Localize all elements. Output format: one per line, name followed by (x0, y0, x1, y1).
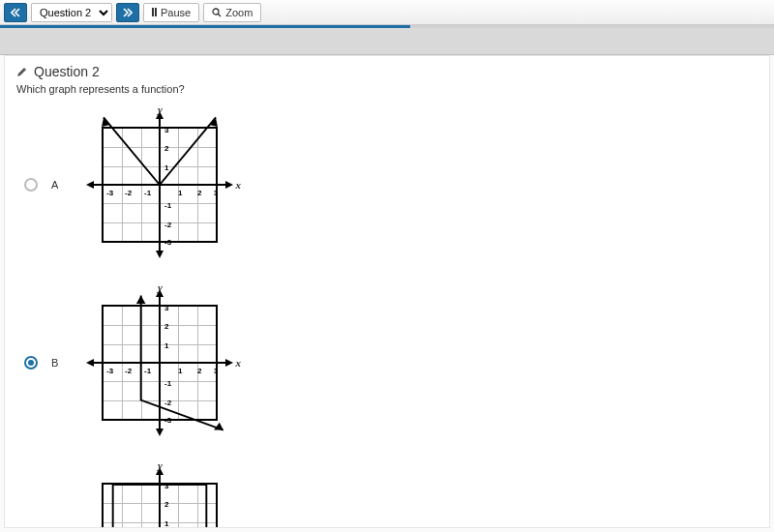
graph-a-ylabel: y (158, 103, 163, 115)
svg-line-1 (218, 14, 221, 16)
question-number: Question 2 (34, 64, 100, 79)
svg-marker-2 (102, 117, 109, 127)
svg-marker-4 (136, 295, 146, 304)
graph-c-grid: y x -3 -2 -1 1 2 3 3 2 1 -1 -2 -3 (102, 483, 218, 528)
pencil-icon (16, 66, 28, 77)
next-button[interactable] (116, 3, 139, 22)
svg-marker-3 (210, 117, 218, 127)
option-a-label: A (51, 179, 63, 191)
option-c[interactable]: C y x -3 -2 -1 1 2 3 3 2 1 -1 -2 -3 (24, 468, 758, 528)
option-b[interactable]: B y x -3 -2 -1 1 2 3 3 2 1 -1 -2 -3 (24, 290, 758, 435)
graph-b-ylabel: y (158, 281, 163, 293)
svg-marker-5 (214, 423, 223, 430)
prev-button[interactable] (4, 3, 27, 22)
header-spacer (0, 28, 774, 55)
graph-b-xlabel: x (236, 357, 242, 369)
graph-b-grid: y x -3 -2 -1 1 2 3 3 2 1 -1 -2 -3 (102, 305, 218, 421)
zoom-button[interactable]: Zoom (203, 3, 261, 22)
question-heading: Question 2 (16, 64, 758, 79)
graph-a-xlabel: x (236, 179, 242, 191)
option-a[interactable]: A y x -3 -2 -1 1 2 3 3 2 1 -1 -2 -3 (24, 112, 758, 257)
graph-c-ylabel: y (158, 459, 163, 471)
graph-b: y x -3 -2 -1 1 2 3 3 2 1 -1 -2 -3 (76, 290, 241, 435)
zoom-icon (212, 8, 222, 17)
double-chevron-left-icon (11, 8, 20, 17)
question-page: Question 2 Which graph represents a func… (4, 55, 770, 528)
pause-icon (152, 8, 157, 16)
radio-b[interactable] (24, 356, 38, 369)
question-selector[interactable]: Question 2 (31, 3, 112, 22)
svg-point-0 (213, 9, 219, 15)
pause-label: Pause (161, 7, 191, 18)
graph-a: y x -3 -2 -1 1 2 3 3 2 1 -1 -2 -3 (76, 112, 241, 257)
graph-a-grid: y x -3 -2 -1 1 2 3 3 2 1 -1 -2 -3 (102, 127, 218, 243)
pause-button[interactable]: Pause (143, 3, 199, 22)
double-chevron-right-icon (123, 8, 133, 17)
radio-a[interactable] (24, 178, 38, 192)
top-toolbar: Question 2 Pause Zoom (0, 0, 774, 25)
question-prompt: Which graph represents a function? (16, 83, 758, 95)
graph-c: y x -3 -2 -1 1 2 3 3 2 1 -1 -2 -3 (76, 468, 241, 528)
zoom-label: Zoom (225, 7, 253, 18)
option-b-label: B (51, 357, 63, 369)
